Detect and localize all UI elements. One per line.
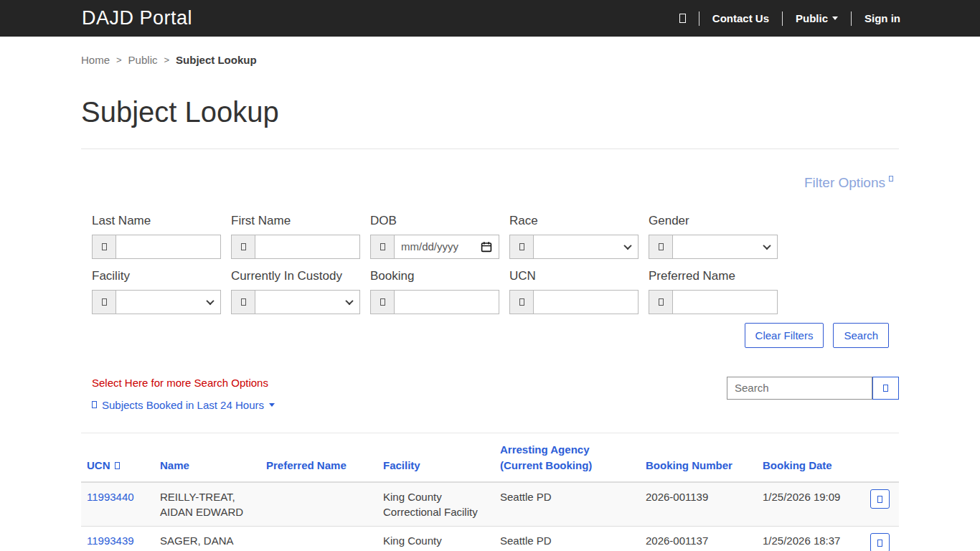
public-menu[interactable]: Public — [796, 12, 838, 24]
column-header-booking-number[interactable]: Booking Number — [640, 433, 757, 482]
breadcrumb-home[interactable]: Home — [81, 54, 110, 66]
race-label: Race — [509, 214, 639, 228]
ucn-input[interactable] — [534, 291, 638, 314]
cell-arresting-agency: Seattle PD — [494, 482, 640, 527]
cell-facility: King County Correctional Facility — [377, 527, 494, 551]
results-table: UCN Name Preferred Name Facility Arresti… — [81, 433, 899, 551]
field-addon-icon — [649, 235, 673, 258]
dob-placeholder: mm/dd/yyyy — [401, 240, 481, 253]
ucn-header-label: UCN — [87, 459, 110, 471]
field-facility: Facility — [92, 269, 221, 314]
ucn-link[interactable]: 11993440 — [87, 491, 134, 503]
top-navigation-bar: DAJD Portal Contact Us Public Sign in — [0, 0, 980, 37]
column-header-preferred-name[interactable]: Preferred Name — [260, 433, 377, 482]
missing-glyph-icon — [102, 298, 107, 306]
booked-last-24-hours-label: Subjects Booked in Last 24 Hours — [102, 399, 264, 411]
column-header-booking-date[interactable]: Booking Date — [757, 433, 864, 482]
missing-glyph-icon — [380, 298, 385, 306]
calendar-icon[interactable] — [481, 241, 492, 253]
column-header-facility[interactable]: Facility — [377, 433, 494, 482]
field-preferred-name: Preferred Name — [649, 269, 778, 314]
missing-glyph-icon — [889, 176, 893, 182]
cell-name: REILLY-TREAT, AIDAN EDWARD — [154, 482, 260, 527]
field-addon-icon — [510, 235, 534, 258]
field-addon-icon — [371, 235, 395, 258]
cell-preferred-name — [260, 482, 377, 527]
topnav-divider — [782, 11, 783, 26]
topnav-divider — [851, 11, 852, 26]
dob-date-input[interactable]: mm/dd/yyyy — [395, 235, 499, 258]
missing-glyph-icon — [519, 298, 524, 306]
view-details-button[interactable] — [870, 533, 890, 551]
gender-label: Gender — [649, 214, 778, 228]
filter-options-toggle[interactable]: Filter Options — [804, 175, 893, 190]
gender-select[interactable] — [673, 235, 777, 258]
filter-options-label: Filter Options — [804, 175, 885, 190]
search-icon — [883, 385, 888, 392]
first-name-label: First Name — [231, 214, 360, 228]
field-addon-icon — [510, 291, 534, 314]
topbar-glyph-icon[interactable] — [679, 14, 686, 23]
field-addon-icon — [371, 291, 395, 314]
facility-select[interactable] — [116, 291, 220, 314]
missing-glyph-icon — [102, 243, 107, 250]
field-addon-icon — [649, 291, 673, 314]
first-name-input[interactable] — [255, 235, 359, 258]
booked-last-24-hours-link[interactable]: Subjects Booked in Last 24 Hours — [92, 399, 275, 411]
field-booking: Booking — [370, 269, 499, 314]
cell-booking-date: 1/25/2026 19:09 — [757, 482, 864, 527]
table-search-go-button[interactable] — [872, 377, 899, 400]
field-race: Race — [509, 214, 639, 259]
dob-label: DOB — [370, 214, 499, 228]
brand-title[interactable]: DAJD Portal — [82, 7, 192, 29]
column-header-name[interactable]: Name — [154, 433, 260, 482]
missing-glyph-icon — [241, 243, 246, 250]
breadcrumb-public[interactable]: Public — [128, 54, 158, 66]
breadcrumb-separator: > — [116, 55, 122, 65]
field-gender: Gender — [649, 214, 778, 259]
missing-glyph-icon — [241, 298, 246, 306]
cell-facility: King County Correctional Facility — [377, 482, 494, 527]
last-name-input[interactable] — [116, 235, 220, 258]
chevron-down-icon — [763, 242, 771, 250]
cell-booking-number: 2026-001137 — [640, 527, 757, 551]
field-addon-icon — [232, 291, 255, 314]
booking-label: Booking — [370, 269, 499, 283]
column-header-ucn[interactable]: UCN — [81, 433, 154, 482]
contact-us-link[interactable]: Contact Us — [712, 12, 769, 24]
missing-glyph-icon — [659, 243, 664, 250]
field-ucn: UCN — [509, 269, 639, 314]
title-divider — [81, 149, 899, 149]
chevron-down-icon — [206, 297, 214, 305]
search-button[interactable]: Search — [833, 323, 889, 348]
currently-in-custody-select[interactable] — [255, 291, 359, 314]
ucn-link[interactable]: 11993439 — [87, 534, 134, 547]
topnav: Contact Us Public Sign in — [679, 11, 900, 26]
cell-name: SAGER, DANA KATHERINE — [154, 527, 260, 551]
field-dob: DOB mm/dd/yyyy — [370, 214, 499, 259]
sign-in-link[interactable]: Sign in — [864, 12, 900, 24]
booking-input[interactable] — [395, 291, 499, 314]
field-last-name: Last Name — [92, 214, 221, 259]
missing-glyph-icon — [877, 540, 882, 547]
field-first-name: First Name — [231, 214, 360, 259]
public-menu-label: Public — [796, 12, 828, 24]
caret-down-icon — [832, 17, 838, 20]
view-details-button[interactable] — [870, 489, 890, 509]
breadcrumb-current: Subject Lookup — [176, 54, 257, 66]
topnav-divider — [699, 11, 699, 26]
chevron-down-icon — [623, 242, 631, 250]
table-row: 11993439 SAGER, DANA KATHERINE King Coun… — [81, 527, 899, 551]
preferred-name-input[interactable] — [673, 291, 777, 314]
filter-form: Last Name First Name DOB mm/dd/yy — [81, 214, 899, 348]
field-addon-icon — [93, 291, 116, 314]
cell-preferred-name — [260, 527, 377, 551]
missing-glyph-icon — [380, 243, 385, 250]
left-options: Select Here for more Search Options Subj… — [92, 377, 275, 411]
race-select[interactable] — [534, 235, 638, 258]
column-header-arresting-agency[interactable]: Arresting Agency (Current Booking) — [494, 433, 640, 482]
clear-filters-button[interactable]: Clear Filters — [745, 323, 824, 348]
more-search-options-link[interactable]: Select Here for more Search Options — [92, 377, 275, 389]
table-search-input[interactable] — [727, 377, 872, 400]
preferred-name-label: Preferred Name — [649, 269, 778, 283]
